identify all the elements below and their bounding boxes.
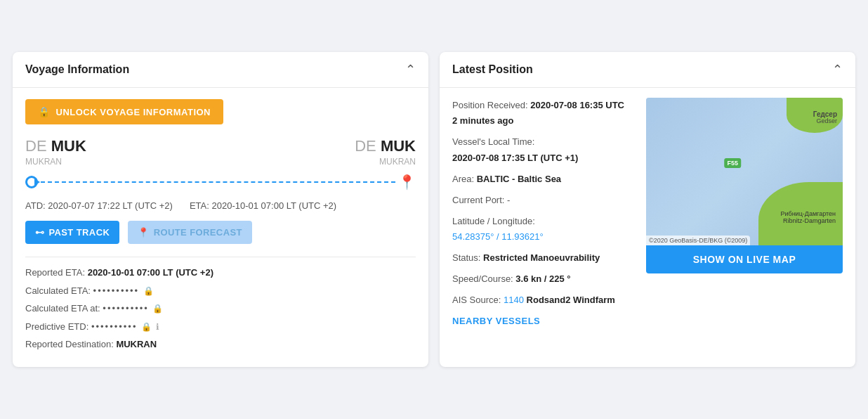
route-start-dot — [25, 176, 38, 188]
lock-icon-eta: 🔒 — [143, 286, 154, 296]
latest-position-body: Position Received: 2020-07-08 16:35 UTC … — [440, 88, 855, 339]
lock-icon: 🔒 — [38, 106, 51, 117]
map-label-ribnitz: Рибниц-ДамгартенRibnitz-Damgarten — [780, 210, 836, 224]
forecast-icon: 📍 — [138, 227, 149, 238]
latest-position-header: Latest Position ⌃ — [440, 52, 855, 88]
to-port: DE MUK MUKRAN — [355, 137, 416, 167]
voyage-collapse-icon[interactable]: ⌃ — [405, 62, 416, 77]
position-received-row: Position Received: 2020-07-08 16:35 UTC … — [452, 98, 636, 129]
show-on-live-map-button[interactable]: SHOW ON LIVE MAP — [646, 245, 843, 273]
lock-icon-etd: 🔒 — [141, 322, 152, 332]
nearby-vessels-link[interactable]: NEARBY VESSELS — [452, 314, 636, 329]
reported-eta-row: Reported ETA: 2020-10-01 07:00 LT (UTC +… — [25, 266, 416, 280]
voyage-panel-body: 🔒 UNLOCK VOYAGE INFORMATION DE MUK MUKRA… — [13, 88, 428, 367]
from-port-code: DE MUK — [25, 137, 86, 155]
ais-source-link[interactable]: 1140 — [504, 295, 524, 305]
info-icon-etd: ℹ — [156, 322, 159, 332]
position-info: Position Received: 2020-07-08 16:35 UTC … — [452, 98, 636, 329]
voyage-information-panel: Voyage Information ⌃ 🔒 UNLOCK VOYAGE INF… — [13, 52, 428, 367]
eta-details: Reported ETA: 2020-10-01 07:00 LT (UTC +… — [25, 266, 416, 352]
from-port-name: MUKRAN — [25, 157, 86, 167]
map-label-gedser-sub: Gedser — [816, 117, 837, 124]
eta-field: ETA: 2020-10-01 07:00 LT (UTC +2) — [190, 200, 336, 211]
coordinates-link[interactable]: 54.28375° / 11.93621° — [452, 231, 544, 242]
map-tile: Гедсер Gedser F55 Рибниц-ДамгартенRibnit… — [646, 98, 843, 245]
unlock-voyage-button[interactable]: 🔒 UNLOCK VOYAGE INFORMATION — [25, 99, 223, 124]
ais-source-row: AIS Source: 1140 Rodsand2 Windfarm — [452, 292, 636, 308]
reported-destination-row: Reported Destination: MUKRAN — [25, 337, 416, 352]
ports-row: DE MUK MUKRAN DE MUK MUKRAN — [25, 137, 416, 167]
voyage-panel-title: Voyage Information — [25, 63, 129, 76]
from-country-code: DE — [25, 137, 47, 155]
vessel-local-time-row: Vessel's Local Time: 2020-07-08 17:35 LT… — [452, 134, 636, 165]
speed-course-row: Speed/Course: 3.6 kn / 225 ° — [452, 271, 636, 287]
to-port-code-value: MUK — [381, 137, 416, 155]
route-end-pin: 📍 — [398, 174, 416, 191]
latest-position-panel: Latest Position ⌃ Position Received: 202… — [440, 52, 855, 367]
from-port: DE MUK MUKRAN — [25, 137, 86, 167]
past-track-button[interactable]: ⊷ PAST TRACK — [25, 221, 119, 244]
from-port-code-value: MUK — [51, 137, 86, 155]
voyage-panel-header: Voyage Information ⌃ — [13, 52, 428, 88]
latest-position-title: Latest Position — [452, 63, 533, 76]
map-area: Гедсер Gedser F55 Рибниц-ДамгартенRibnit… — [646, 98, 843, 329]
time-row: ATD: 2020-07-07 17:22 LT (UTC +2) ETA: 2… — [25, 200, 416, 211]
lock-icon-eta-at: 🔒 — [152, 304, 163, 314]
to-country-code: DE — [355, 137, 376, 155]
calculated-eta-row: Calculated ETA: •••••••••• 🔒 — [25, 284, 416, 298]
route-forecast-button[interactable]: 📍 ROUTE FORECAST — [128, 221, 252, 244]
vessel-marker: F55 — [724, 158, 741, 168]
lat-lon-row: Latitude / Longitude: 54.28375° / 11.936… — [452, 214, 636, 245]
track-icon: ⊷ — [35, 227, 44, 238]
route-dashes — [41, 181, 395, 183]
predictive-etd-row: Predictive ETD: •••••••••• 🔒 ℹ — [25, 320, 416, 334]
current-port-row: Current Port: - — [452, 193, 636, 208]
map-copyright: ©2020 GeoBasis-DE/BKG (©2009) — [646, 236, 750, 245]
route-line: 📍 — [25, 174, 416, 191]
to-port-name: MUKRAN — [355, 157, 416, 167]
area-row: Area: BALTIC - Baltic Sea — [452, 172, 636, 187]
to-port-code: DE MUK — [355, 137, 416, 155]
calculated-eta-at-row: Calculated ETA at: •••••••••• 🔒 — [25, 302, 416, 316]
atd-field: ATD: 2020-07-07 17:22 LT (UTC +2) — [25, 200, 173, 211]
latest-position-collapse-icon[interactable]: ⌃ — [832, 62, 843, 77]
action-buttons: ⊷ PAST TRACK 📍 ROUTE FORECAST — [25, 221, 416, 244]
status-row: Status: Restricted Manoeuvrability — [452, 250, 636, 266]
divider — [25, 257, 416, 257]
